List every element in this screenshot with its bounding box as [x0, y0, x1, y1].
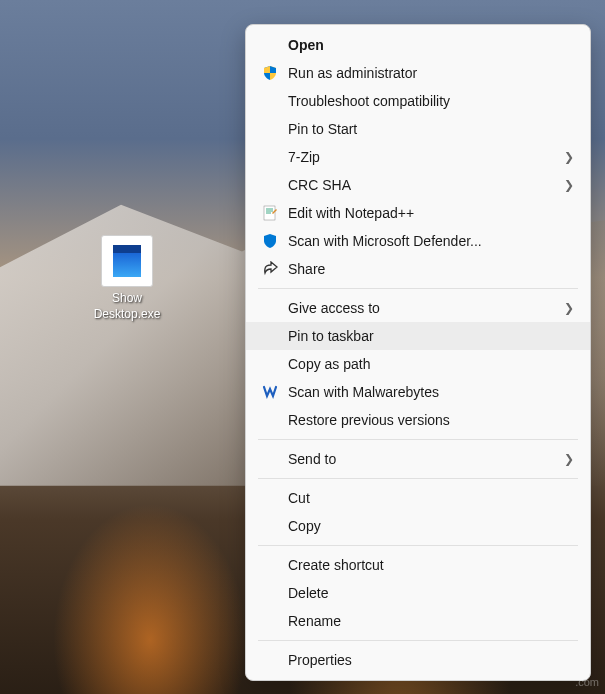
menu-label: Give access to: [288, 300, 564, 316]
menu-label: Pin to taskbar: [288, 328, 574, 344]
menu-label: Pin to Start: [288, 121, 574, 137]
menu-restore-versions[interactable]: Restore previous versions: [246, 406, 590, 434]
defender-shield-icon: [258, 233, 282, 249]
shield-admin-icon: [258, 65, 282, 81]
watermark-text: .com: [575, 676, 599, 688]
menu-label: Delete: [288, 585, 574, 601]
malwarebytes-icon: [258, 384, 282, 400]
menu-label: Share: [288, 261, 574, 277]
share-icon: [258, 261, 282, 277]
menu-label: Create shortcut: [288, 557, 574, 573]
menu-label: Copy: [288, 518, 574, 534]
menu-label: Cut: [288, 490, 574, 506]
menu-label: Open: [288, 37, 574, 53]
desktop-icon-label: Show Desktop.exe: [82, 291, 172, 322]
menu-pin-start[interactable]: Pin to Start: [246, 115, 590, 143]
menu-share[interactable]: Share: [246, 255, 590, 283]
menu-label: Restore previous versions: [288, 412, 574, 428]
menu-7zip[interactable]: 7-Zip ❯: [246, 143, 590, 171]
menu-label: Copy as path: [288, 356, 574, 372]
context-menu: Open Run as administrator Troubleshoot c…: [245, 24, 591, 681]
menu-label: CRC SHA: [288, 177, 564, 193]
menu-cut[interactable]: Cut: [246, 484, 590, 512]
menu-properties[interactable]: Properties: [246, 646, 590, 674]
menu-copy-path[interactable]: Copy as path: [246, 350, 590, 378]
menu-open[interactable]: Open: [246, 31, 590, 59]
menu-give-access[interactable]: Give access to ❯: [246, 294, 590, 322]
menu-label: Send to: [288, 451, 564, 467]
desktop-file-icon[interactable]: Show Desktop.exe: [82, 235, 172, 322]
menu-label: Run as administrator: [288, 65, 574, 81]
menu-copy[interactable]: Copy: [246, 512, 590, 540]
menu-rename[interactable]: Rename: [246, 607, 590, 635]
menu-scan-malwarebytes[interactable]: Scan with Malwarebytes: [246, 378, 590, 406]
menu-send-to[interactable]: Send to ❯: [246, 445, 590, 473]
menu-separator: [258, 478, 578, 479]
notepad-icon: [258, 205, 282, 221]
chevron-right-icon: ❯: [564, 150, 574, 164]
menu-separator: [258, 439, 578, 440]
menu-separator: [258, 640, 578, 641]
exe-icon: [101, 235, 153, 287]
menu-label: Properties: [288, 652, 574, 668]
menu-scan-defender[interactable]: Scan with Microsoft Defender...: [246, 227, 590, 255]
menu-label: Edit with Notepad++: [288, 205, 574, 221]
menu-label: Scan with Malwarebytes: [288, 384, 574, 400]
menu-run-admin[interactable]: Run as administrator: [246, 59, 590, 87]
menu-crc-sha[interactable]: CRC SHA ❯: [246, 171, 590, 199]
menu-label: Rename: [288, 613, 574, 629]
menu-pin-taskbar[interactable]: Pin to taskbar: [246, 322, 590, 350]
menu-separator: [258, 545, 578, 546]
menu-separator: [258, 288, 578, 289]
menu-label: 7-Zip: [288, 149, 564, 165]
menu-edit-notepad[interactable]: Edit with Notepad++: [246, 199, 590, 227]
menu-delete[interactable]: Delete: [246, 579, 590, 607]
menu-label: Troubleshoot compatibility: [288, 93, 574, 109]
chevron-right-icon: ❯: [564, 178, 574, 192]
menu-create-shortcut[interactable]: Create shortcut: [246, 551, 590, 579]
menu-label: Scan with Microsoft Defender...: [288, 233, 574, 249]
menu-troubleshoot[interactable]: Troubleshoot compatibility: [246, 87, 590, 115]
chevron-right-icon: ❯: [564, 301, 574, 315]
chevron-right-icon: ❯: [564, 452, 574, 466]
